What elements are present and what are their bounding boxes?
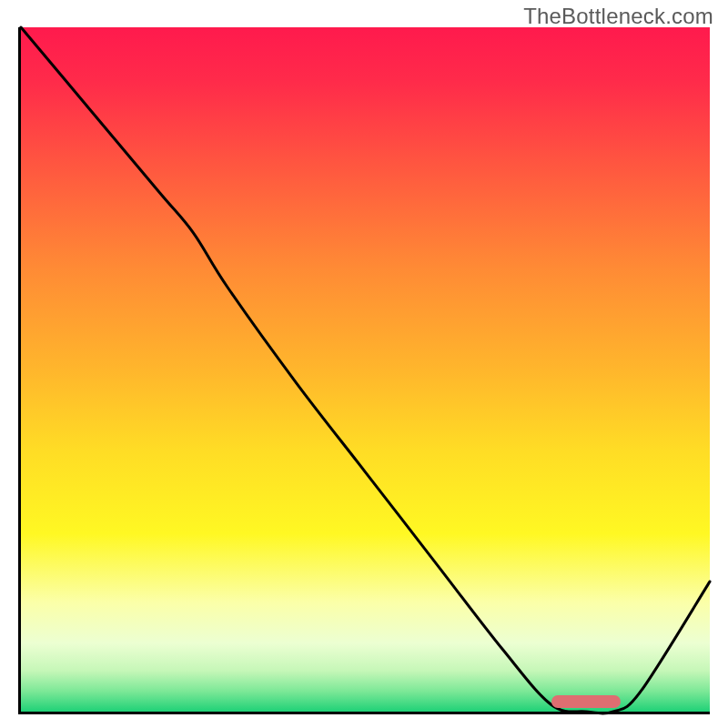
optimum-zone-marker <box>551 695 621 708</box>
chart-container: TheBottleneck.com <box>0 0 728 728</box>
plot-area <box>18 27 710 714</box>
watermark-label: TheBottleneck.com <box>523 4 713 29</box>
bottleneck-curve <box>21 27 710 712</box>
